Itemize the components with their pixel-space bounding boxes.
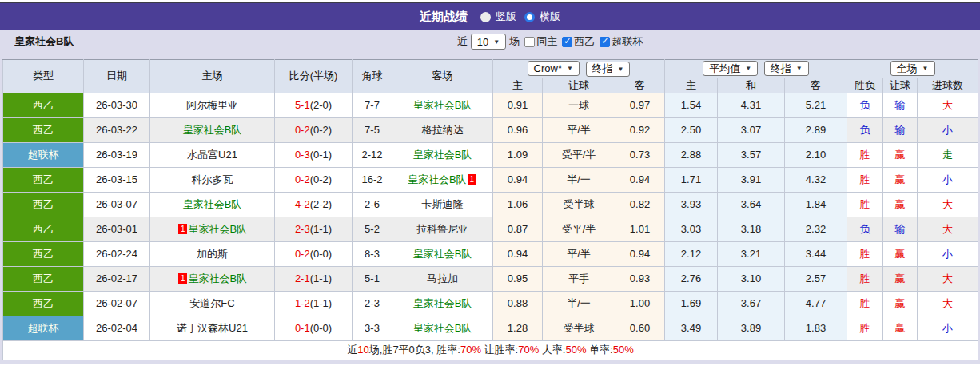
league-filter-premier-cup[interactable]: 超联杯 xyxy=(600,34,643,49)
table-row: 西乙 26-02-24 加的斯 0-2(0-0) 8-3 皇家社会B队 0.94… xyxy=(3,241,978,266)
date-cell: 26-02-24 xyxy=(84,241,150,266)
away-team-cell[interactable]: 马拉加 xyxy=(392,266,493,291)
avg-draw-odds: 3.18 xyxy=(718,217,785,241)
home-team-cell[interactable]: 1皇家社会B队 xyxy=(150,266,275,291)
fulltime-score: 0-1 xyxy=(295,322,310,334)
home-team-cell[interactable]: 诺丁汉森林U21 xyxy=(150,316,275,340)
handicap-home-odds: 0.88 xyxy=(493,291,543,316)
same-home-filter[interactable]: 同主 xyxy=(524,34,557,49)
handicap-home-odds: 0.94 xyxy=(493,241,543,266)
corner-cell: 2-6 xyxy=(353,192,392,217)
away-team-cell[interactable]: 皇家社会B队 xyxy=(392,241,493,266)
away-team-cell[interactable]: 卡斯迪隆 xyxy=(392,192,493,217)
bookmaker-select[interactable]: Crow*▼ xyxy=(528,61,580,76)
handicap-result-cell: 赢 xyxy=(883,142,918,167)
away-team-cell[interactable]: 皇家社会B队1 xyxy=(392,167,493,192)
handicap-line: 半/一 xyxy=(543,291,615,316)
avg-away-odds: 3.44 xyxy=(785,241,847,266)
home-team-cell[interactable]: 安道尔FC xyxy=(150,291,275,316)
avg-away-odds: 4.77 xyxy=(785,291,847,316)
scope-select[interactable]: 全场▼ xyxy=(890,61,935,76)
score-cell: 0-2(0-0) xyxy=(275,241,353,266)
fulltime-score: 0-2 xyxy=(295,173,310,185)
scope-dropdown-cell: 全场▼ xyxy=(847,60,978,78)
avg-away-odds: 2.10 xyxy=(785,142,847,167)
bookmaker-stage-select[interactable]: 终指▼ xyxy=(586,62,631,77)
handicap-away-odds: 0.73 xyxy=(615,142,665,167)
handicap-line: 平/半 xyxy=(543,117,615,142)
handicap-result-cell: 赢 xyxy=(883,266,918,291)
title-bar: 近期战绩 竖版 横版 xyxy=(0,3,980,30)
results-table: 类型 日期 主场 比分(半场) 角球 客场 Crow*▼ 终指▼ 平均值▼ 终指… xyxy=(2,59,978,360)
league-badge: 西乙 xyxy=(3,266,84,291)
league-filter-laliga2[interactable]: 西乙 xyxy=(562,34,595,49)
fulltime-score: 5-1 xyxy=(295,99,310,111)
away-team-name: 皇家社会B队 xyxy=(413,149,472,161)
match-count-select[interactable]: 10 ▼ xyxy=(471,34,506,50)
handicap-away-odds: 1.01 xyxy=(615,217,665,241)
avg-home-odds: 3.03 xyxy=(665,217,718,241)
home-team-name: 安道尔FC xyxy=(189,297,234,309)
home-team-name: 诺丁汉森林U21 xyxy=(177,322,248,334)
chevron-down-icon: ▼ xyxy=(567,65,573,72)
home-team-cell[interactable]: 1皇家社会B队 xyxy=(150,217,275,241)
avg-away-odds: 4.32 xyxy=(785,167,847,192)
away-team-name: 皇家社会B队 xyxy=(413,322,472,334)
handicap-away-odds: 0.92 xyxy=(615,117,665,142)
checkbox-icon[interactable] xyxy=(562,37,572,47)
corner-cell: 8-3 xyxy=(353,241,392,266)
halftime-score: (1-1) xyxy=(310,223,332,235)
home-team-cell[interactable]: 科尔多瓦 xyxy=(150,167,275,192)
home-team-cell[interactable]: 阿尔梅里亚 xyxy=(150,93,275,117)
avg-home-odds: 3.93 xyxy=(665,192,718,217)
handicap-away-odds: 0.82 xyxy=(615,192,665,217)
layout-radio-vertical[interactable]: 竖版 xyxy=(480,10,516,24)
col-date: 日期 xyxy=(84,60,150,93)
away-team-cell[interactable]: 格拉纳达 xyxy=(392,117,493,142)
handicap-line: 一球 xyxy=(543,93,615,117)
home-team-cell[interactable]: 水晶宫U21 xyxy=(150,142,275,167)
content-area: 皇家社会B队 近 10 ▼ 场 同主 西乙 超联杯 xyxy=(0,30,980,364)
average-select[interactable]: 平均值▼ xyxy=(703,61,758,76)
date-cell: 26-03-19 xyxy=(84,142,150,167)
away-team-cell[interactable]: 皇家社会B队 xyxy=(392,142,493,167)
avg-away-odds: 1.83 xyxy=(785,316,847,340)
checkbox-icon[interactable] xyxy=(524,37,535,47)
fulltime-score: 2-3 xyxy=(295,223,310,235)
corner-cell: 2-12 xyxy=(353,142,392,167)
table-row: 超联杯 26-02-04 诺丁汉森林U21 0-1(0-0) 3-3 皇家社会B… xyxy=(3,316,978,340)
home-team-cell[interactable]: 加的斯 xyxy=(150,241,275,266)
result-cell: 胜 xyxy=(847,167,883,192)
halftime-score: (0-2) xyxy=(310,173,332,185)
home-team-cell[interactable]: 皇家社会B队 xyxy=(150,117,275,142)
avg-draw-odds: 3.64 xyxy=(718,192,785,217)
avg-draw-odds: 3.91 xyxy=(718,167,785,192)
sub-result: 胜负 xyxy=(847,78,883,93)
checkbox-icon[interactable] xyxy=(600,37,610,47)
away-team-cell[interactable]: 拉科鲁尼亚 xyxy=(392,217,493,241)
chevron-down-icon: ▼ xyxy=(796,65,803,72)
away-team-cell[interactable]: 皇家社会B队 xyxy=(392,316,493,340)
layout-radio-horizontal[interactable]: 横版 xyxy=(524,10,560,24)
away-team-cell[interactable]: 皇家社会B队 xyxy=(392,291,493,316)
goals-result-cell: 大 xyxy=(918,93,978,117)
goals-result-cell: 大 xyxy=(918,217,978,241)
radio-selected-icon[interactable] xyxy=(524,12,535,22)
goals-result-cell: 大 xyxy=(918,266,978,291)
halftime-score: (0-1) xyxy=(310,149,332,161)
goals-result-cell: 小 xyxy=(918,241,978,266)
corner-cell: 7-5 xyxy=(353,117,392,142)
average-stage-select[interactable]: 终指▼ xyxy=(764,61,809,76)
recent-results-panel: 近期战绩 竖版 横版 皇家社会B队 近 10 ▼ 场 同主 xyxy=(0,0,980,366)
fulltime-score: 0-3 xyxy=(295,149,310,161)
home-team-cell[interactable]: 皇家社会B队 xyxy=(150,192,275,217)
radio-icon[interactable] xyxy=(480,12,491,22)
sub-goals: 进球数 xyxy=(918,78,978,93)
handicap-home-odds: 1.06 xyxy=(493,192,543,217)
away-team-name: 卡斯迪隆 xyxy=(422,198,464,210)
summary-row: 近10场,胜7平0负3, 胜率:70% 让胜率:70% 大率:50% 单率:50… xyxy=(3,340,978,360)
avg-draw-odds: 3.21 xyxy=(718,241,785,266)
away-team-cell[interactable]: 皇家社会B队 xyxy=(392,93,493,117)
result-cell: 负 xyxy=(847,93,883,117)
avg-away-odds: 2.32 xyxy=(785,217,847,241)
